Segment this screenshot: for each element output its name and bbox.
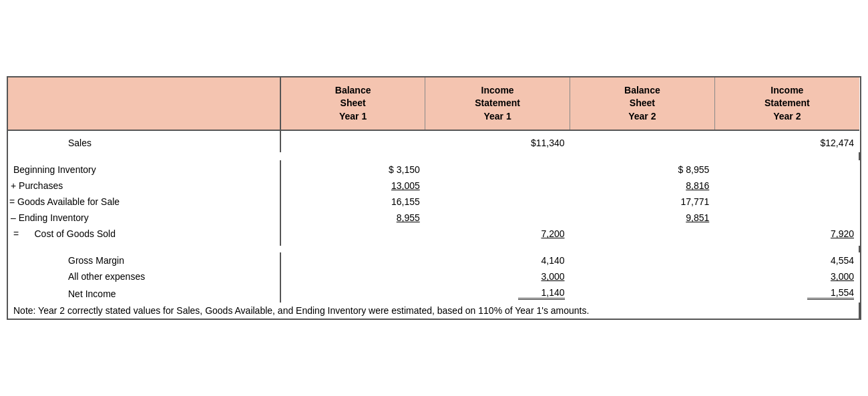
header-bs1: BalanceSheetYear 1 bbox=[280, 77, 425, 131]
header-is1: IncomeStatementYear 1 bbox=[425, 77, 570, 131]
gross-margin-bs2 bbox=[570, 252, 715, 268]
header-description bbox=[8, 77, 280, 131]
goods-available-row: = Goods Available for Sale 16,155 17,771 bbox=[8, 194, 859, 210]
purchases-row: + Purchases 13,005 8,816 bbox=[8, 178, 859, 194]
financial-table: BalanceSheetYear 1 IncomeStatementYear 1… bbox=[7, 76, 861, 321]
ending-inventory-row: – Ending Inventory 8,955 9,851 bbox=[8, 210, 859, 226]
ending-inventory-is2 bbox=[714, 210, 859, 226]
sales-is1: $11,340 bbox=[425, 130, 570, 152]
cogs-bs2 bbox=[570, 226, 715, 246]
other-expenses-row: All other expenses 3,000 3,000 bbox=[8, 268, 859, 284]
spacer-2 bbox=[8, 246, 859, 252]
other-expenses-is1: 3,000 bbox=[425, 268, 570, 284]
beginning-inventory-is2 bbox=[714, 160, 859, 178]
net-income-label: Net Income bbox=[8, 284, 280, 303]
gross-margin-row: Gross Margin 4,140 4,554 bbox=[8, 252, 859, 268]
beginning-inventory-bs2: $ 8,955 bbox=[570, 160, 715, 178]
cogs-row: = Cost of Goods Sold 7,200 7,920 bbox=[8, 226, 859, 246]
net-income-bs2 bbox=[570, 284, 715, 303]
other-expenses-label: All other expenses bbox=[8, 268, 280, 284]
net-income-is1: 1,140 bbox=[425, 284, 570, 303]
sales-label: Sales bbox=[8, 130, 280, 152]
other-expenses-bs2 bbox=[570, 268, 715, 284]
ending-inventory-bs2: 9,851 bbox=[570, 210, 715, 226]
note-row: Note: Year 2 correctly stated values for… bbox=[8, 303, 859, 319]
sales-row: Sales $11,340 $12,474 bbox=[8, 130, 859, 152]
spacer-1 bbox=[8, 152, 859, 160]
cogs-label: = Cost of Goods Sold bbox=[8, 226, 280, 246]
purchases-bs2: 8,816 bbox=[570, 178, 715, 194]
goods-available-is1 bbox=[425, 194, 570, 210]
gross-margin-is1: 4,140 bbox=[425, 252, 570, 268]
ending-inventory-label: – Ending Inventory bbox=[8, 210, 280, 226]
purchases-is1 bbox=[425, 178, 570, 194]
purchases-bs1: 13,005 bbox=[280, 178, 425, 194]
beginning-inventory-label: Beginning Inventory bbox=[8, 160, 280, 178]
ending-inventory-bs1: 8,955 bbox=[280, 210, 425, 226]
net-income-row: Net Income 1,140 1,554 bbox=[8, 284, 859, 303]
header-bs2: BalanceSheetYear 2 bbox=[570, 77, 715, 131]
purchases-label: + Purchases bbox=[8, 178, 280, 194]
gross-margin-bs1 bbox=[280, 252, 425, 268]
gross-margin-label: Gross Margin bbox=[8, 252, 280, 268]
beginning-inventory-row: Beginning Inventory $ 3,150 $ 8,955 bbox=[8, 160, 859, 178]
cogs-is2: 7,920 bbox=[714, 226, 859, 246]
gross-margin-is2: 4,554 bbox=[714, 252, 859, 268]
goods-available-bs1: 16,155 bbox=[280, 194, 425, 210]
purchases-is2 bbox=[714, 178, 859, 194]
other-expenses-bs1 bbox=[280, 268, 425, 284]
sales-is2: $12,474 bbox=[714, 130, 859, 152]
other-expenses-is2: 3,000 bbox=[714, 268, 859, 284]
goods-available-label: = Goods Available for Sale bbox=[8, 194, 280, 210]
header-is2: IncomeStatementYear 2 bbox=[714, 77, 859, 131]
ending-inventory-is1 bbox=[425, 210, 570, 226]
net-income-bs1 bbox=[280, 284, 425, 303]
beginning-inventory-is1 bbox=[425, 160, 570, 178]
beginning-inventory-bs1: $ 3,150 bbox=[280, 160, 425, 178]
note-text: Note: Year 2 correctly stated values for… bbox=[8, 303, 859, 319]
net-income-is2: 1,554 bbox=[714, 284, 859, 303]
sales-bs2 bbox=[570, 130, 715, 152]
goods-available-is2 bbox=[714, 194, 859, 210]
sales-bs1 bbox=[280, 130, 425, 152]
goods-available-bs2: 17,771 bbox=[570, 194, 715, 210]
cogs-is1: 7,200 bbox=[425, 226, 570, 246]
cogs-bs1 bbox=[280, 226, 425, 246]
